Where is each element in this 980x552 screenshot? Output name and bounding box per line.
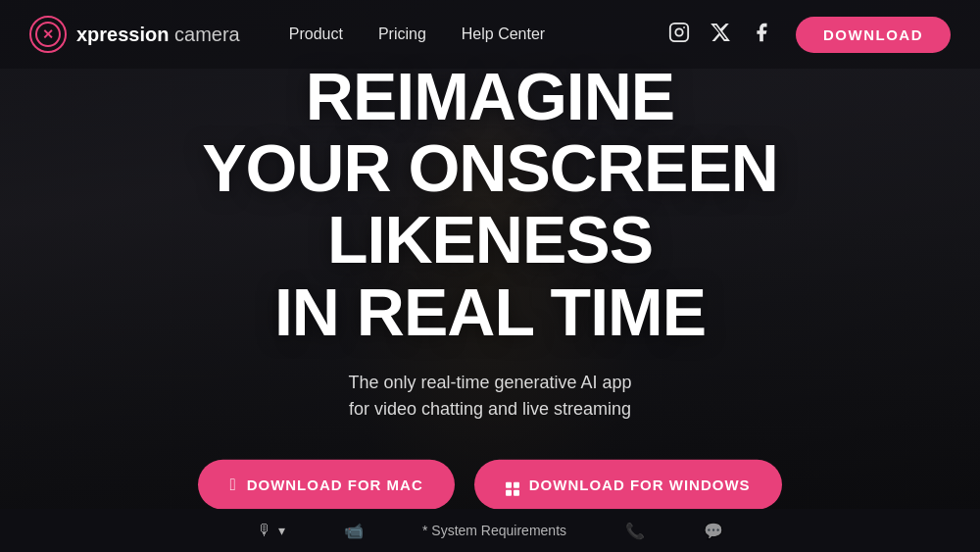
svg-rect-0 xyxy=(670,23,688,40)
instagram-icon[interactable] xyxy=(668,22,690,48)
svg-point-1 xyxy=(675,28,682,35)
cta-buttons:  DOWNLOAD FOR MAC DOWNLOAD FOR WINDOWS xyxy=(98,460,882,510)
hero-title: REIMAGINE YOUR ONSCREEN LIKENESS IN REAL… xyxy=(98,60,882,348)
nav-product[interactable]: Product xyxy=(289,25,343,43)
bottom-bar-mic[interactable]: 🎙 ▾ xyxy=(257,522,285,539)
bottom-bar-camera[interactable]: 📹 xyxy=(344,522,364,540)
social-icons xyxy=(668,22,772,48)
logo-icon: ✕ xyxy=(29,16,67,53)
system-req-label: * System Requirements xyxy=(422,523,566,538)
nav-links: Product Pricing Help Center xyxy=(289,25,668,43)
bottom-bar: 🎙 ▾ 📹 * System Requirements 📞 💬 xyxy=(0,509,980,552)
navbar: ✕ xpression camera Product Pricing Help … xyxy=(0,0,980,69)
bottom-bar-phone[interactable]: 📞 xyxy=(625,522,645,540)
hero-subtitle: The only real-time generative AI app for… xyxy=(98,370,882,423)
download-windows-button[interactable]: DOWNLOAD FOR WINDOWS xyxy=(474,460,782,510)
hero-content: REIMAGINE YOUR ONSCREEN LIKENESS IN REAL… xyxy=(98,60,882,510)
svg-point-2 xyxy=(683,26,685,28)
logo-text: xpression camera xyxy=(76,24,240,46)
phone-icon: 📞 xyxy=(625,522,645,540)
bottom-bar-chat[interactable]: 💬 xyxy=(704,522,723,540)
windows-icon xyxy=(506,474,519,496)
mic-dropdown: ▾ xyxy=(278,523,285,538)
nav-pricing[interactable]: Pricing xyxy=(378,25,426,43)
logo-area[interactable]: ✕ xpression camera xyxy=(29,16,240,53)
bottom-bar-system-req[interactable]: * System Requirements xyxy=(422,523,566,538)
nav-help-center[interactable]: Help Center xyxy=(462,25,545,43)
download-mac-button[interactable]:  DOWNLOAD FOR MAC xyxy=(198,460,454,510)
apple-icon:  xyxy=(229,476,236,495)
mic-icon: 🎙 xyxy=(257,522,272,539)
camera-icon: 📹 xyxy=(344,522,364,540)
chat-icon: 💬 xyxy=(704,522,723,540)
nav-download-button[interactable]: DOWNLOAD xyxy=(796,17,951,53)
facebook-icon[interactable] xyxy=(751,22,772,48)
twitter-icon[interactable] xyxy=(710,22,731,48)
